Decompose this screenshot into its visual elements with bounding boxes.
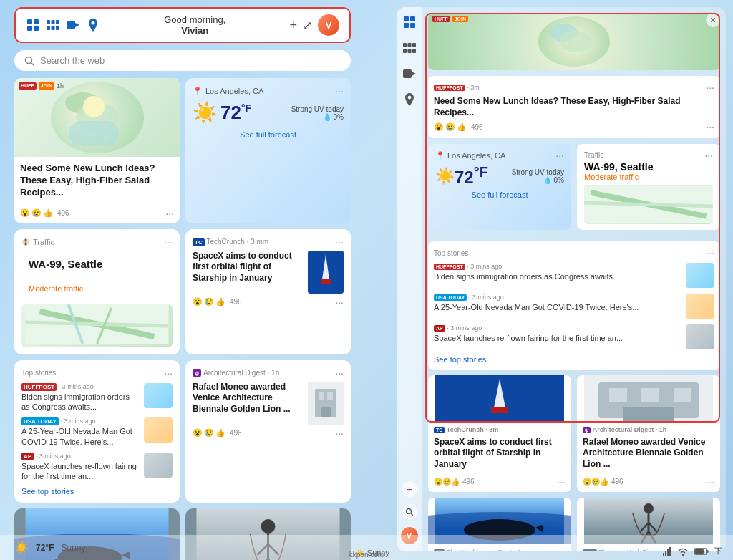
rp-sun-icon: ☀️	[435, 167, 455, 185]
rp-hero-reaction-count: 496	[471, 123, 483, 131]
svg-rect-51	[403, 69, 412, 78]
network-icon	[663, 547, 671, 556]
ad-badge: ψ	[193, 369, 201, 377]
rp-forecast-link[interactable]: See full forecast	[435, 190, 564, 199]
story-thumb-3	[144, 453, 173, 478]
spacex-footer-menu[interactable]: ···	[335, 296, 344, 308]
svg-rect-63	[609, 388, 627, 402]
svg-rect-44	[410, 23, 415, 28]
svg-rect-10	[67, 21, 75, 29]
top-stories-label: Top stories ···	[21, 367, 173, 379]
rp-top-stories-more[interactable]: ···	[706, 247, 714, 259]
rp-hero-footer: 😮😢👍 496 ···	[434, 118, 714, 132]
traffic-card[interactable]: Traffic ··· WA-99, Seattle Moderate traf…	[14, 229, 180, 354]
svg-point-16	[25, 241, 27, 243]
rp-story-text-2: USA TODAY · 3 mins ago A 25-Year-Old Nev…	[434, 294, 681, 312]
rp-salad-visual	[538, 16, 610, 67]
sidebar-search-btn[interactable]	[402, 504, 417, 520]
arch-reaction-count: 496	[230, 429, 242, 437]
story-item-3[interactable]: AP · 3 mins ago SpaceX launches re-flown…	[21, 453, 173, 482]
rp-hero-footer-menu[interactable]: ···	[706, 121, 714, 132]
traffic-map	[21, 304, 173, 347]
arch-more-menu[interactable]: ···	[335, 367, 344, 379]
arch-header: ψ Architectural Digest · 1h ···	[193, 367, 344, 379]
more-menu-hero[interactable]: ···	[165, 208, 174, 219]
expand-icon[interactable]: ⤢	[303, 19, 312, 32]
svg-rect-3	[34, 26, 39, 31]
right-panel-inner: + V HUFF JOIN	[397, 7, 726, 551]
svg-point-15	[25, 238, 27, 241]
rp-traffic-card[interactable]: Traffic ··· WA-99, Seattle Moderate traf…	[577, 144, 720, 230]
rp-story-3[interactable]: AP · 3 mins ago SpaceX launches re-flown…	[434, 324, 714, 349]
traffic-more-menu[interactable]: ···	[164, 236, 173, 248]
rp-spacex-card[interactable]: TС TechCrunch · 3m SpaceX aims to conduc…	[428, 375, 571, 491]
top-bar-nav-icons	[26, 19, 100, 32]
rp-see-top-stories[interactable]: See top stories	[434, 355, 714, 364]
home-icon[interactable]	[26, 19, 40, 32]
see-top-stories-link[interactable]: See top stories	[21, 487, 173, 496]
traffic-icon	[21, 238, 30, 246]
story-thumb-1	[144, 383, 173, 408]
search-placeholder: Search the web	[40, 55, 105, 66]
rp-arch-source: ψ Architectural Digest · 1h	[583, 426, 714, 435]
rp-top-stories-card: Top stories ··· HUFFPOST · 3 mins ago Bi…	[428, 241, 720, 370]
rp-hero-visual	[428, 13, 720, 70]
weather-card[interactable]: 📍 Los Angeles, CA ··· ☀️ 72°F Strong UV …	[185, 78, 351, 223]
spacex-footer: 😮😢👍 496 ···	[193, 294, 344, 308]
rp-story-1[interactable]: HUFFPOST · 3 mins ago Biden signs immigr…	[434, 263, 714, 288]
arch-card[interactable]: ψ Architectural Digest · 1h ··· Rafael M…	[185, 360, 351, 503]
huffpost-badge: HUFF	[19, 82, 37, 90]
weather-location: 📍 Los Angeles, CA ···	[193, 85, 344, 97]
right-sidebar-icons: + V	[397, 7, 422, 551]
spacex-image	[308, 251, 344, 294]
rp-spacex-menu[interactable]: ···	[557, 476, 565, 488]
usatoday-badge: USA TODAY	[21, 417, 59, 425]
arch-footer-menu[interactable]: ···	[335, 428, 344, 439]
story-source-2: USA TODAY · 3 mins ago	[21, 417, 140, 425]
avatar[interactable]: V	[318, 14, 339, 36]
sidebar-grid-icon[interactable]	[402, 40, 417, 56]
right-panel-close[interactable]: ×	[706, 13, 720, 27]
rp-huff-badge: HUFF	[432, 16, 450, 22]
sidebar-home-icon[interactable]	[402, 14, 417, 30]
video-icon[interactable]	[66, 19, 80, 32]
rp-hero-headline: Need Some New Lunch Ideas? These Easy, H…	[434, 96, 714, 118]
story-item-2[interactable]: USA TODAY · 3 mins ago A 25-Year-Old Nev…	[21, 417, 173, 447]
spacex-card[interactable]: TС TechCrunch · 3 mm ··· SpaceX aims to …	[185, 229, 351, 354]
rp-weather-traffic-row: 📍 Los Angeles, CA ··· ☀️ 72°F Strong UV …	[428, 144, 720, 236]
weather-details: Strong UV today 💧 0%	[291, 105, 344, 121]
greeting-text: Good morning, Vivian	[100, 14, 289, 36]
arch-image	[308, 382, 344, 425]
svg-point-53	[406, 509, 411, 514]
rp-weather-card[interactable]: 📍 Los Angeles, CA ··· ☀️ 72°F Strong UV …	[428, 144, 571, 230]
rp-weather-more[interactable]: ···	[555, 150, 564, 161]
top-stories-more[interactable]: ···	[164, 367, 173, 379]
spacex-more-menu[interactable]: ···	[335, 236, 344, 248]
weather-temp-area: ☀️ 72°F	[193, 101, 251, 125]
weather-forecast-link[interactable]: See full forecast	[193, 130, 344, 139]
rp-arch-menu[interactable]: ···	[706, 476, 714, 488]
rp-hero-article-card[interactable]: HUFFPOST · 3m ··· Need Some New Lunch Id…	[428, 76, 720, 138]
sidebar-video-icon[interactable]	[402, 66, 417, 82]
story-item-1[interactable]: HUFFPOST · 3 mins ago Biden signs immigr…	[21, 383, 173, 412]
grid-icon[interactable]	[46, 19, 60, 32]
top-stories-card: Top stories ··· HUFFPOST · 3 mins ago Bi…	[14, 360, 180, 503]
rp-arch-card[interactable]: ψ Architectural Digest · 1h Rafael Moneo…	[577, 375, 720, 491]
add-icon[interactable]: +	[289, 18, 297, 33]
weather-more-menu[interactable]: ···	[335, 85, 344, 97]
location-icon[interactable]	[86, 19, 100, 32]
rp-story-2[interactable]: USA TODAY · 3 mins ago A 25-Year-Old Nev…	[434, 294, 714, 319]
story-text-2: USA TODAY · 3 mins ago A 25-Year-Old Nev…	[21, 417, 140, 447]
rp-traffic-more[interactable]: ···	[704, 150, 713, 161]
rp-hero-more-menu[interactable]: ···	[706, 82, 714, 93]
story-thumb-2	[144, 417, 173, 443]
svg-rect-92	[663, 553, 664, 556]
search-bar[interactable]: Search the web	[14, 50, 351, 71]
spacex-reaction-count: 496	[230, 298, 242, 306]
sidebar-add-btn[interactable]: +	[402, 481, 417, 497]
hero-article-card[interactable]: HUFF JOIN 1h Need Some New Lunch Ideas? …	[14, 78, 180, 223]
sidebar-location-icon[interactable]	[402, 92, 417, 107]
rp-spacex-headline: TС TechCrunch · 3m SpaceX aims to conduc…	[428, 422, 571, 474]
weather-sun-icon: ☀️	[193, 101, 218, 125]
arch-reactions: 😮😢👍	[193, 428, 225, 438]
